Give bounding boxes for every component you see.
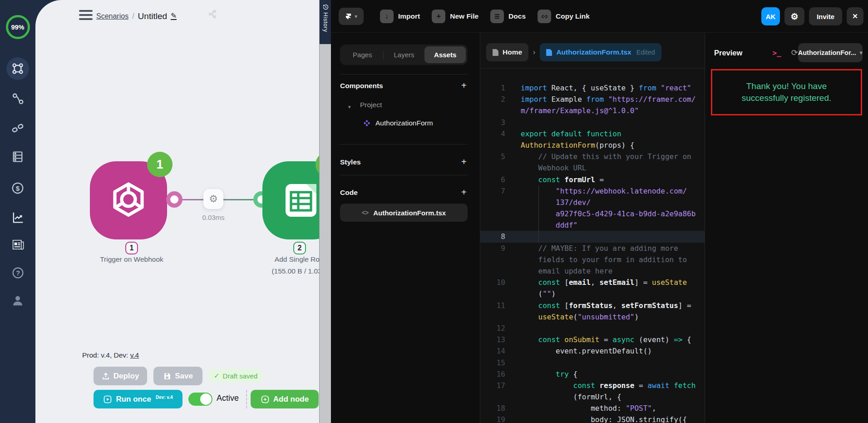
code-line[interactable]: 12 — [480, 323, 705, 334]
code-line[interactable]: AuthorizationForm(props) { — [480, 139, 705, 151]
code-line[interactable]: 10 const [email, setEmail] = useState — [480, 277, 705, 288]
divider — [340, 74, 468, 75]
code-line[interactable]: useState("unsubmitted") — [480, 311, 705, 323]
code-line[interactable]: a927f0c5-d429-41ca-b9dd-a2e9a86b — [480, 208, 705, 219]
code-line[interactable]: 1import React, { useState } from "react" — [480, 82, 705, 94]
code-line[interactable]: 5 // Update this with your Trigger on — [480, 151, 705, 162]
sidebar-item-integrations[interactable] — [0, 121, 35, 135]
share-nodes-icon — [11, 92, 25, 106]
console-icon[interactable]: >_ — [772, 49, 781, 57]
sidebar-item-shared[interactable] — [0, 92, 35, 106]
chevron-down-icon: ▾ — [860, 50, 863, 56]
node1-run-count: 1 — [147, 152, 173, 177]
sidebar-item-workflows[interactable] — [0, 57, 35, 80]
sidebar-item-help[interactable]: ? — [0, 266, 35, 279]
tab-home[interactable]: Home — [486, 43, 528, 61]
code-line[interactable]: dddf" — [480, 219, 705, 231]
add-code-button[interactable]: + — [461, 189, 467, 196]
node-add-single-row[interactable] — [262, 161, 319, 239]
sidebar-item-analytics[interactable] — [0, 211, 35, 224]
sidebar-item-billing[interactable]: $ — [0, 181, 35, 195]
code-line[interactable]: email update here — [480, 265, 705, 277]
svg-text:$: $ — [16, 184, 20, 192]
code-line[interactable]: 6 const formUrl = — [480, 174, 705, 185]
code-line[interactable]: 4export default function — [480, 128, 705, 139]
tab-pages[interactable]: Pages — [342, 46, 383, 63]
success-message: Thank you! You have successfully registe… — [724, 80, 849, 104]
add-component-button[interactable]: + — [461, 82, 467, 89]
sidebar-item-storage[interactable] — [0, 150, 35, 163]
code-line[interactable]: (formUrl, { — [480, 391, 705, 403]
sitemap-icon[interactable] — [208, 10, 217, 19]
chart-icon — [11, 211, 25, 224]
components-header: Components — [340, 82, 383, 90]
code-line[interactable]: 137/dev/ — [480, 197, 705, 208]
tab-layers[interactable]: Layers — [384, 46, 425, 63]
new-file-button[interactable]: + New File — [432, 10, 478, 23]
code-editor: Home › AuthorizationForm.tsx Edited 1imp… — [480, 33, 705, 423]
save-button[interactable]: Save — [153, 367, 202, 385]
breadcrumb-scenarios-link[interactable]: Scenarios — [96, 12, 128, 20]
code-line[interactable]: Webhook URL — [480, 162, 705, 174]
sidebar-item-news[interactable] — [0, 238, 35, 251]
history-tab[interactable]: History — [320, 0, 331, 44]
code-line[interactable]: 14 event.preventDefault() — [480, 345, 705, 357]
close-icon: ✕ — [852, 12, 858, 20]
code-line[interactable]: m/framer/Example.js@^1.0.0" — [480, 105, 705, 116]
settings-button[interactable]: ⚙ — [784, 7, 804, 25]
avatar[interactable]: AK — [761, 7, 780, 25]
code-line[interactable]: 18 method: "POST", — [480, 403, 705, 414]
tree-group-project[interactable]: Project — [360, 101, 382, 109]
svg-text:?: ? — [15, 269, 20, 277]
caret-icon[interactable]: ▾ — [348, 104, 351, 110]
hamburger-icon[interactable] — [79, 10, 93, 20]
code-line[interactable]: 3 — [480, 117, 705, 128]
code-line[interactable]: 17 const response = await fetch — [480, 380, 705, 391]
dev-version-link[interactable]: v.4 — [130, 351, 139, 359]
node1-output-port[interactable] — [166, 191, 182, 208]
tab-assets[interactable]: Assets — [424, 46, 466, 63]
code-line[interactable]: 11 const [formStatus, setFormStatus] = — [480, 300, 705, 311]
file-icon — [546, 49, 552, 56]
tab-authorizationform[interactable]: AuthorizationForm.tsx Edited — [540, 43, 661, 61]
add-style-button[interactable]: + — [461, 158, 467, 165]
import-button[interactable]: ↓ Import — [380, 10, 420, 23]
code-line[interactable]: fields to your form in addition to — [480, 254, 705, 265]
edge-settings-gear-icon[interactable]: ⚙ — [203, 189, 223, 209]
sidebar-item-account[interactable] — [0, 294, 35, 307]
run-once-button[interactable]: Run onceDev: v.4 — [94, 390, 182, 408]
code-line[interactable]: 7 "https://webhook.latenode.com/ — [480, 185, 705, 197]
deploy-button[interactable]: Deploy — [94, 367, 147, 385]
code-file-item[interactable]: <> AuthorizationForm.tsx — [340, 204, 468, 222]
chevron-down-icon: ▾ — [355, 13, 357, 20]
usage-badge[interactable]: 99% — [0, 15, 35, 39]
code-line[interactable]: 13 const onSubmit = async (event) => { — [480, 334, 705, 345]
framer-menu-button[interactable]: ▾ — [339, 8, 364, 25]
close-button[interactable]: ✕ — [847, 7, 863, 25]
play-icon — [103, 395, 112, 404]
component-item[interactable]: AuthorizationForm — [364, 119, 433, 127]
docs-button[interactable]: Docs — [490, 10, 526, 23]
edit-pencil-icon[interactable]: ✎ — [171, 13, 177, 20]
code-line[interactable]: 15 — [480, 357, 705, 368]
code-line[interactable]: 9 // MAYBE: If you are adding more — [480, 243, 705, 254]
invite-button[interactable]: Invite — [809, 7, 842, 25]
code-rows[interactable]: 1import React, { useState } from "react"… — [480, 82, 705, 423]
annotation-red-box: Thank you! You have successfully registe… — [711, 69, 862, 115]
code-line[interactable]: 16 try { — [480, 368, 705, 380]
code-line[interactable]: 8 — [480, 231, 705, 242]
node2-title: Add Single Row — [245, 255, 319, 264]
code-line[interactable]: ("") — [480, 288, 705, 299]
preview-component-select[interactable]: AuthorizationFor... ▾ — [798, 43, 863, 62]
scenario-canvas[interactable]: Scenarios / Untitled ✎ 1 ⚙ 0.03ms — [35, 0, 319, 423]
run-once-version: Dev: v.4 — [156, 395, 173, 400]
copy-link-button[interactable]: Copy Link — [538, 10, 590, 23]
right-toolbar: ▾ ↓ Import + New File Docs Copy Link — [331, 0, 868, 33]
version-info: Prod: v.4, Dev: v.4 — [82, 351, 139, 359]
active-toggle[interactable] — [188, 393, 212, 406]
add-node-button[interactable]: Add node — [251, 390, 319, 408]
window-edge-scrollbar[interactable]: History — [319, 0, 331, 423]
refresh-icon[interactable]: ⟳ — [791, 48, 798, 58]
code-line[interactable]: 2import Example from "https://framer.com… — [480, 94, 705, 105]
code-line[interactable]: 19 body: JSON.stringify({ — [480, 414, 705, 423]
